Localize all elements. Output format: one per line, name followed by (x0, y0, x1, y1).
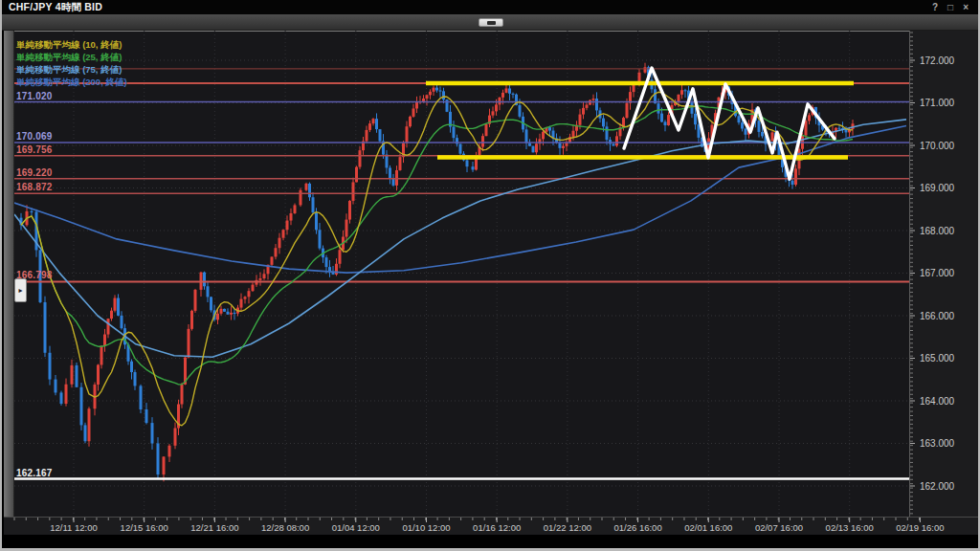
time-tick-label: 02/07 16:00 (755, 522, 803, 533)
chart-window: CHF/JPY 4時間 BID ? □ × ▸ 単純移動平均線 (10, 終値)… (0, 0, 980, 551)
ma-legend: 単純移動平均線 (10, 終値)単純移動平均線 (25, 終値)単純移動平均線 … (16, 38, 127, 88)
price-line-label: 166.798 (16, 270, 53, 280)
time-tick-label: 12/15 16:00 (121, 522, 168, 533)
maximize-button[interactable]: □ (947, 0, 953, 14)
candles (20, 63, 855, 482)
price-axis[interactable]: 172.000171.000170.000169.000168.000167.0… (909, 31, 979, 517)
price-tick-label: 162.000 (920, 481, 955, 492)
close-button[interactable]: × (963, 0, 969, 14)
price-tick-label: 169.000 (920, 183, 955, 193)
legend-item-sma-75: 単純移動平均線 (75, 終値) (16, 63, 127, 76)
collapse-icon (487, 21, 496, 25)
price-tick-label: 163.000 (920, 438, 955, 449)
time-tick-label: 01/26 16:00 (614, 522, 662, 533)
price-tick-label: 171.000 (920, 98, 955, 108)
gridlines (14, 31, 909, 517)
panel-expand-button[interactable]: ▸ (14, 278, 27, 302)
price-line-label: 169.220 (16, 167, 53, 178)
time-tick-label: 01/10 12:00 (402, 522, 450, 533)
legend-item-sma-25: 単純移動平均線 (25, 終値) (16, 51, 127, 63)
price-tick-label: 167.000 (920, 268, 955, 278)
price-line-label: 171.020 (16, 91, 53, 101)
legend-item-sma-200: 単純移動平均線 (200, 終値) (16, 76, 127, 88)
help-button[interactable]: ? (932, 0, 938, 14)
left-panel-strip (4, 31, 14, 535)
time-tick-label: 01/04 12:00 (332, 522, 380, 533)
window-title: CHF/JPY 4時間 BID (2, 1, 102, 14)
time-tick-label: 12/28 08:00 (261, 522, 309, 533)
price-line-label: 162.167 (16, 468, 53, 478)
legend-item-sma-10: 単純移動平均線 (10, 終値) (16, 38, 127, 51)
time-tick-label: 02/19 16:00 (896, 522, 944, 533)
window-controls: ? □ × (932, 0, 978, 14)
price-tick-label: 172.000 (920, 55, 955, 66)
candlestick-chart (14, 31, 909, 517)
price-tick-label: 164.000 (920, 396, 955, 407)
time-tick-label: 01/22 12:00 (544, 522, 591, 533)
toolbar-collapse-button[interactable] (479, 18, 503, 27)
time-tick-label: 12/11 12:00 (50, 522, 97, 533)
time-axis[interactable]: 12/11 12:0012/15 16:0012/21 16:0012/28 0… (4, 517, 980, 535)
price-line-label: 168.872 (16, 182, 53, 192)
horizontal-price-lines[interactable] (14, 69, 909, 479)
price-line-label: 169.756 (16, 144, 53, 155)
time-tick-label: 02/01 16:00 (684, 522, 732, 533)
price-tick-label: 166.000 (920, 311, 955, 321)
price-tick-label: 168.000 (920, 226, 955, 236)
time-tick-label: 02/13 16:00 (826, 522, 874, 533)
time-tick-label: 12/21 16:00 (190, 522, 238, 533)
title-bar: CHF/JPY 4時間 BID ? □ × (2, 0, 978, 14)
price-line-label: 170.069 (16, 131, 53, 142)
time-tick-label: 01/16 12:00 (473, 522, 521, 533)
price-tick-label: 170.000 (920, 141, 955, 151)
toolbar-strip (2, 14, 978, 31)
price-tick-label: 165.000 (920, 353, 955, 364)
